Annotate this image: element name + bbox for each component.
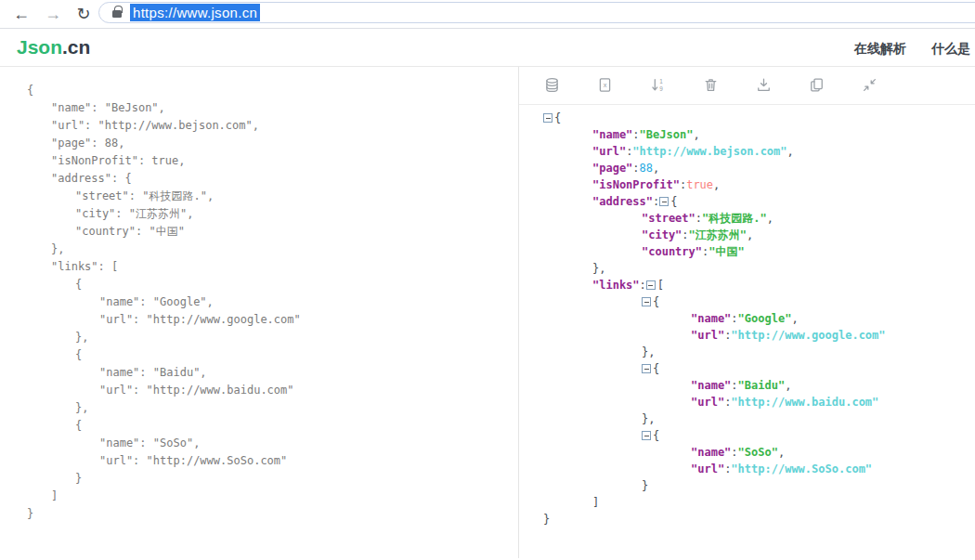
- collapse-toggle-icon[interactable]: [543, 113, 552, 123]
- database-icon[interactable]: [543, 77, 560, 94]
- json-token-key: "name": [691, 312, 731, 325]
- editor-line: "name": "SoSo",: [0, 435, 518, 452]
- content-area: {"name": "BeJson","url": "http://www.bej…: [0, 67, 975, 558]
- forward-button[interactable]: →: [41, 2, 65, 26]
- json-token-punc: {: [670, 195, 677, 208]
- json-token-url: "http://www.google.com": [731, 329, 885, 342]
- json-token-key: "city": [642, 228, 682, 241]
- json-token-punc: ,: [778, 446, 785, 459]
- editor-line: ]: [0, 488, 518, 505]
- json-token-key: "address": [592, 195, 653, 208]
- editor-line: "page": 88,: [0, 135, 518, 152]
- viewer-line: },: [519, 260, 975, 277]
- viewer-line: "name":"BeJson",: [519, 126, 975, 143]
- json-token-punc: :: [731, 312, 737, 325]
- json-token-punc: :: [696, 212, 702, 225]
- json-token-key: "page": [592, 162, 632, 175]
- json-token-punc: },: [592, 262, 605, 275]
- json-token-punc: {: [653, 429, 659, 442]
- json-token-punc: {: [554, 111, 561, 124]
- json-token-punc: ,: [791, 312, 798, 325]
- viewer-line: {: [519, 293, 975, 310]
- json-token-punc: ,: [787, 145, 794, 158]
- address-bar[interactable]: https://www.json.cn: [98, 2, 975, 23]
- editor-line: "links": [: [0, 258, 518, 276]
- json-token-key: "isNonProfit": [592, 178, 680, 191]
- editor-line: {: [0, 346, 518, 364]
- json-token-key: "url": [691, 329, 724, 342]
- json-token-key: "links": [592, 279, 640, 292]
- editor-line: }: [0, 505, 518, 523]
- json-token-str: "SoSo": [738, 446, 778, 459]
- download-icon[interactable]: [755, 77, 772, 94]
- result-pane: x19 {"name":"BeJson","url":"http://www.b…: [519, 67, 975, 558]
- json-token-punc: :: [731, 446, 737, 459]
- collapse-toggle-icon[interactable]: [646, 280, 656, 290]
- editor-line: {: [0, 417, 518, 435]
- json-token-str: "BeJson": [640, 128, 694, 141]
- json-token-str: "科技园路.": [702, 212, 767, 225]
- json-token-punc: ,: [693, 128, 699, 141]
- delete-icon[interactable]: [702, 77, 719, 94]
- json-token-punc: :: [682, 228, 688, 241]
- copy-icon[interactable]: [808, 77, 825, 94]
- viewer-line: {: [519, 360, 975, 377]
- main-nav: 在线解析什么是: [854, 41, 970, 58]
- json-token-str: "江苏苏州": [689, 228, 747, 241]
- collapse-toggle-icon[interactable]: [642, 364, 651, 373]
- collapse-toggle-icon[interactable]: [659, 197, 669, 206]
- editor-line: "url": "http://www.google.com": [0, 311, 518, 329]
- json-token-punc: },: [642, 412, 655, 425]
- json-token-punc: }: [543, 513, 550, 526]
- json-token-punc: :: [632, 128, 639, 141]
- json-token-punc: ,: [653, 162, 659, 175]
- editor-line: },: [0, 241, 518, 258]
- back-button[interactable]: ←: [9, 2, 33, 26]
- viewer-line: "url":"http://www.baidu.com": [519, 394, 975, 410]
- collapse-all-icon[interactable]: [861, 77, 878, 94]
- viewer-line: "address":{: [519, 193, 975, 210]
- json-token-url: "http://www.bejson.com": [632, 145, 786, 158]
- svg-text:1: 1: [659, 78, 663, 85]
- viewer-line: "city":"江苏苏州",: [519, 227, 975, 243]
- json-token-punc: {: [653, 362, 659, 375]
- editor-line: },: [0, 329, 518, 346]
- reload-button[interactable]: ↻: [72, 2, 96, 26]
- site-header: Json.cn 在线解析什么是: [0, 29, 975, 67]
- json-token-punc: }: [642, 479, 648, 492]
- viewer-line: "url":"http://www.bejson.com",: [519, 143, 975, 160]
- editor-line: "name": "Google",: [0, 293, 518, 311]
- json-token-key: "name": [691, 446, 731, 459]
- sort-icon[interactable]: 19: [649, 77, 666, 94]
- json-token-punc: [: [657, 279, 664, 292]
- site-logo[interactable]: Json.cn: [17, 36, 90, 59]
- json-token-num: 88: [640, 162, 653, 175]
- json-token-key: "url": [691, 462, 724, 475]
- editor-line: "url": "http://www.baidu.com": [0, 382, 518, 399]
- viewer-line: "name":"Google",: [519, 310, 975, 327]
- json-token-punc: :: [731, 379, 737, 392]
- browser-chrome: ← → ↻ https://www.json.cn: [0, 0, 975, 29]
- json-token-key: "name": [691, 379, 731, 392]
- json-token-key: "country": [642, 245, 702, 258]
- json-token-str: "Google": [738, 312, 792, 325]
- viewer-toolbar: x19: [519, 67, 975, 105]
- json-token-url: "http://www.baidu.com": [731, 396, 878, 409]
- viewer-line: "url":"http://www.google.com": [519, 327, 975, 344]
- json-token-punc: {: [653, 295, 659, 308]
- viewer-line: }: [519, 477, 975, 494]
- collapse-toggle-icon[interactable]: [642, 431, 651, 440]
- viewer-line: ]: [519, 494, 975, 511]
- viewer-line: "page":88,: [519, 160, 975, 176]
- excel-export-icon[interactable]: x: [596, 77, 613, 94]
- json-viewer: {"name":"BeJson","url":"http://www.bejso…: [519, 105, 975, 527]
- nav-item-1[interactable]: 在线解析: [854, 41, 906, 58]
- viewer-line: "links":[: [519, 277, 975, 293]
- nav-item-2[interactable]: 什么是: [931, 41, 970, 58]
- lock-icon[interactable]: [112, 10, 122, 18]
- viewer-line: "street":"科技园路.",: [519, 210, 975, 227]
- collapse-toggle-icon[interactable]: [642, 297, 651, 306]
- json-input-editor[interactable]: {"name": "BeJson","url": "http://www.bej…: [0, 67, 519, 558]
- viewer-line: },: [519, 344, 975, 360]
- json-token-bool: true: [686, 178, 713, 191]
